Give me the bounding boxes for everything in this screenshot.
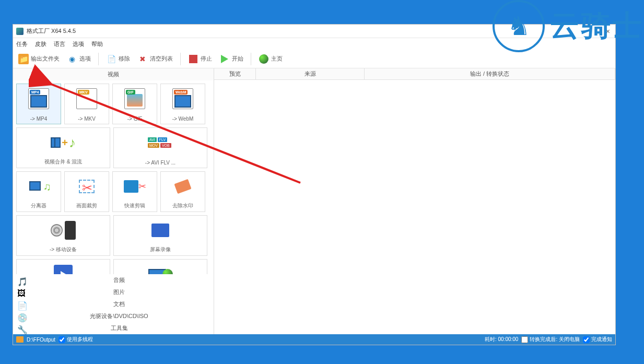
remove-button[interactable]: 📄 移除 bbox=[104, 53, 132, 65]
tile-crop[interactable]: ✂ 画面裁剪 bbox=[64, 171, 109, 212]
tile-crop-label: 画面裁剪 bbox=[67, 202, 107, 209]
category-disc[interactable]: 💿光驱设备\DVD\CD\ISO bbox=[13, 310, 214, 322]
fastedit-icon: ✂ bbox=[122, 175, 147, 198]
tools-icon: 🔧 bbox=[17, 325, 25, 332]
category-image[interactable]: 🖼图片 bbox=[13, 286, 214, 298]
watermark: ♞ 云骑士 bbox=[493, 0, 644, 52]
shutdown-checkbox[interactable] bbox=[521, 336, 528, 343]
list-header: 预览 来源 输出 / 转换状态 bbox=[214, 68, 615, 80]
col-preview[interactable]: 预览 bbox=[214, 68, 256, 79]
category-list: 🎵音频 🖼图片 📄文档 💿光驱设备\DVD\CD\ISO 🔧工具集 bbox=[13, 274, 214, 334]
left-panel: 视频 MP4 -> MP4 MKV -> MKV GIF -> GIF bbox=[13, 68, 214, 334]
statusbar: D:\FFOutput 使用多线程 耗时: 00:00:00 转换完成后: 关闭… bbox=[13, 334, 615, 345]
stop-button[interactable]: 停止 bbox=[186, 53, 214, 65]
merge-icon: +♪ bbox=[51, 131, 76, 154]
tile-watermark-label: 去除水印 bbox=[163, 202, 203, 209]
tiles-area: MP4 -> MP4 MKV -> MKV GIF -> GIF WebM ->… bbox=[13, 80, 214, 274]
home-label: 主页 bbox=[271, 55, 283, 63]
gear-icon: ◉ bbox=[67, 54, 77, 64]
category-audio[interactable]: 🎵音频 bbox=[13, 274, 214, 286]
eraser-icon bbox=[170, 175, 195, 198]
remove-icon: 📄 bbox=[106, 54, 116, 64]
tile-player[interactable]: 格式播放器 bbox=[16, 259, 110, 274]
tile-merge-label: 视频合并 & 混流 bbox=[19, 158, 108, 166]
options-button[interactable]: ◉ 选项 bbox=[65, 53, 93, 65]
player-icon bbox=[51, 263, 76, 274]
gif-file-icon: GIF bbox=[122, 87, 147, 110]
tile-gif-label: -> GIF bbox=[115, 116, 155, 122]
tile-webm[interactable]: WebM -> WebM bbox=[160, 84, 205, 124]
disc-icon: 💿 bbox=[17, 313, 25, 320]
tile-mobile[interactable]: -> 移动设备 bbox=[16, 215, 110, 256]
tile-screenrec[interactable]: 屏幕录像 bbox=[113, 215, 207, 256]
multithread-checkbox[interactable] bbox=[58, 336, 65, 343]
shutdown-check[interactable]: 转换完成后: 关闭电脑 bbox=[521, 336, 580, 343]
app-icon bbox=[16, 28, 24, 35]
tile-fastedit-label: 快速剪辑 bbox=[115, 202, 155, 209]
app-window: 格式工厂 X64 5.4.5 × 任务 皮肤 语言 选项 帮助 📁 输出文件夹 … bbox=[13, 24, 616, 345]
cat-label: 工具集 bbox=[29, 324, 209, 332]
menu-options[interactable]: 选项 bbox=[73, 40, 84, 48]
folder-icon: 📁 bbox=[18, 54, 29, 64]
mp4-file-icon: MP4 bbox=[26, 87, 51, 110]
multiformat-icon: AVIFLVMOVVOB bbox=[148, 131, 173, 154]
right-panel: 预览 来源 输出 / 转换状态 bbox=[214, 68, 615, 334]
notify-checkbox[interactable] bbox=[583, 336, 590, 343]
category-document[interactable]: 📄文档 bbox=[13, 298, 214, 310]
tile-fastedit[interactable]: ✂ 快速剪辑 bbox=[112, 171, 157, 212]
download-icon bbox=[148, 263, 173, 274]
toolbar: 📁 输出文件夹 ◉ 选项 📄 移除 ✖ 清空列表 停止 开始 主页 bbox=[13, 50, 615, 68]
multithread-label: 使用多线程 bbox=[67, 336, 93, 343]
webm-file-icon: WebM bbox=[170, 87, 195, 110]
tile-splitter[interactable]: ♫ 分离器 bbox=[16, 171, 61, 212]
start-label: 开始 bbox=[232, 55, 243, 63]
tile-avi[interactable]: AVIFLVMOVVOB -> AVI FLV ... bbox=[113, 127, 207, 168]
clear-label: 清空列表 bbox=[150, 55, 173, 63]
section-video[interactable]: 视频 bbox=[13, 68, 214, 80]
output-folder-label: 输出文件夹 bbox=[31, 55, 60, 63]
image-icon: 🖼 bbox=[17, 289, 25, 296]
separator bbox=[180, 53, 181, 65]
tile-mkv[interactable]: MKV -> MKV bbox=[64, 84, 109, 124]
home-button[interactable]: 主页 bbox=[256, 53, 285, 65]
tile-mobile-label: -> 移动设备 bbox=[19, 246, 108, 253]
cat-label: 图片 bbox=[29, 288, 209, 296]
doc-icon: 📄 bbox=[17, 301, 25, 308]
tile-webm-label: -> WebM bbox=[163, 116, 203, 122]
tile-watermark[interactable]: 去除水印 bbox=[160, 171, 205, 212]
clear-list-button[interactable]: ✖ 清空列表 bbox=[135, 53, 175, 65]
output-folder-button[interactable]: 📁 输出文件夹 bbox=[16, 53, 62, 65]
tile-mp4-label: -> MP4 bbox=[19, 116, 58, 122]
elapsed-time: 耗时: 00:00:00 bbox=[485, 336, 518, 343]
menu-help[interactable]: 帮助 bbox=[91, 40, 103, 48]
tile-avi-label: -> AVI FLV ... bbox=[116, 160, 205, 166]
folder-icon[interactable] bbox=[16, 336, 24, 343]
splitter-icon: ♫ bbox=[26, 175, 51, 198]
knight-icon: ♞ bbox=[507, 11, 531, 41]
watermark-logo-circle: ♞ bbox=[493, 0, 545, 52]
tile-gif[interactable]: GIF -> GIF bbox=[112, 84, 157, 124]
tile-mkv-label: -> MKV bbox=[67, 116, 107, 122]
play-icon bbox=[219, 54, 230, 64]
tile-download[interactable]: 视频下载 bbox=[113, 259, 207, 274]
menu-skin[interactable]: 皮肤 bbox=[35, 40, 46, 48]
tile-screenrec-label: 屏幕录像 bbox=[116, 246, 205, 253]
stop-icon bbox=[188, 54, 198, 64]
mkv-file-icon: MKV bbox=[74, 87, 99, 110]
menu-task[interactable]: 任务 bbox=[16, 40, 28, 48]
tile-merge[interactable]: +♪ 视频合并 & 混流 bbox=[16, 127, 110, 168]
cat-label: 音频 bbox=[29, 276, 209, 284]
menu-language[interactable]: 语言 bbox=[54, 40, 65, 48]
col-status[interactable]: 输出 / 转换状态 bbox=[365, 68, 615, 79]
stop-label: 停止 bbox=[201, 55, 212, 63]
col-source[interactable]: 来源 bbox=[256, 68, 365, 79]
notify-check[interactable]: 完成通知 bbox=[583, 336, 612, 343]
main-area: 视频 MP4 -> MP4 MKV -> MKV GIF -> GIF bbox=[13, 68, 615, 334]
category-tools[interactable]: 🔧工具集 bbox=[13, 322, 214, 334]
start-button[interactable]: 开始 bbox=[217, 53, 245, 65]
tile-mp4[interactable]: MP4 -> MP4 bbox=[16, 84, 61, 124]
globe-icon bbox=[259, 54, 269, 64]
output-path[interactable]: D:\FFOutput bbox=[27, 337, 55, 343]
multithread-check[interactable]: 使用多线程 bbox=[58, 336, 93, 343]
task-list-empty bbox=[214, 80, 615, 334]
